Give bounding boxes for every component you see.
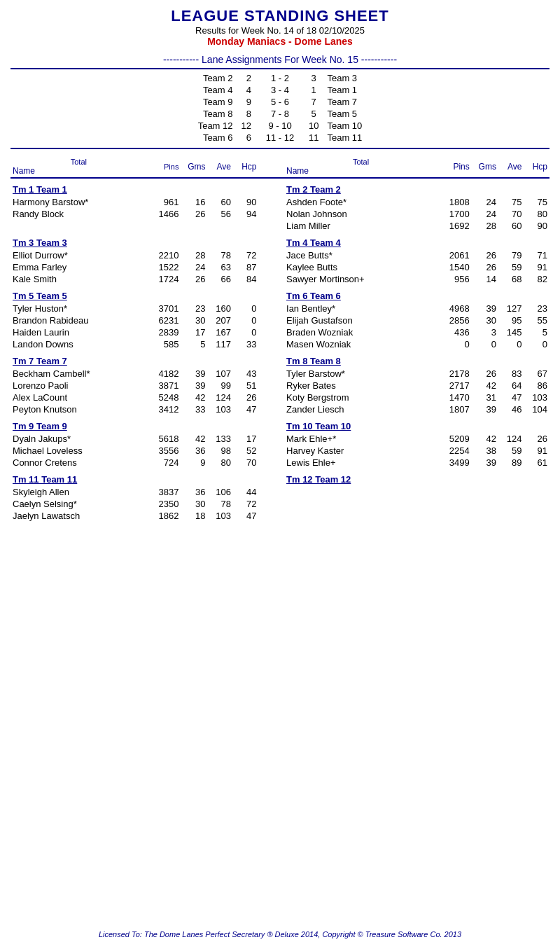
player-hcp-right: 61 — [524, 457, 550, 469]
divider — [259, 273, 285, 285]
lane-team-left: Team 4 — [188, 84, 237, 96]
player-name-left: Jaelyn Lawatsch — [10, 510, 147, 522]
player-hcp-right: 86 — [524, 380, 550, 392]
player-gms-left: 23 — [181, 303, 207, 314]
team-header-left: Tm 3 Team 3 — [10, 232, 259, 249]
player-pins-left: 5618 — [147, 433, 181, 445]
team-header-right: Tm 12 Team 12 — [284, 469, 550, 486]
team-header-left: Tm 11 Team 11 — [10, 469, 259, 486]
player-ave-left: 160 — [208, 303, 234, 314]
lane-team-left: Team 8 — [188, 108, 237, 120]
player-name-right: Masen Wozniak — [284, 338, 438, 350]
player-pins-left: 2350 — [147, 498, 181, 510]
player-ave-right: 0 — [498, 338, 524, 350]
player-name-right: Mark Ehle+* — [284, 433, 438, 445]
col-hcp-left: Hcp — [233, 156, 259, 178]
player-row: Skyleigh Allen 3837 36 106 44 — [10, 486, 550, 498]
player-pins-left: 3871 — [147, 380, 181, 392]
player-hcp-right: 103 — [524, 392, 550, 403]
player-name-right — [284, 498, 438, 510]
player-pins-right: 956 — [438, 273, 472, 285]
player-name-left: Alex LaCount — [10, 392, 147, 403]
player-pins-left: 585 — [147, 338, 181, 350]
player-ave-right: 95 — [498, 314, 524, 326]
player-hcp-left: 17 — [233, 433, 259, 445]
player-name-left: Beckham Cambell* — [10, 368, 147, 380]
player-hcp-right: 82 — [524, 273, 550, 285]
lane-team-right: Team 1 — [323, 84, 372, 96]
player-pins-right: 2717 — [438, 380, 472, 392]
player-hcp-right: 75 — [524, 196, 550, 208]
team-header-left: Tm 7 Team 7 — [10, 350, 259, 368]
player-row: Elliot Durrow* 2210 28 78 72 Jace Butts*… — [10, 249, 550, 261]
lane-tm-left: 6 — [237, 132, 255, 144]
team-header-right: Tm 6 Team 6 — [284, 285, 550, 303]
player-gms-right: 42 — [472, 433, 498, 445]
player-hcp-left: 47 — [233, 510, 259, 522]
player-gms-right — [472, 486, 498, 498]
team-header-row: Tm 1 Team 1 Tm 2 Team 2 — [10, 178, 550, 196]
divider — [259, 303, 285, 314]
lane-assignments-title: ----------- Lane Assignments For Week No… — [10, 54, 550, 65]
player-pins-left: 3412 — [147, 403, 181, 415]
player-gms-left — [181, 220, 207, 232]
player-ave-left: 78 — [208, 498, 234, 510]
player-pins-left: 4182 — [147, 368, 181, 380]
player-ave-right: 68 — [498, 273, 524, 285]
player-ave-left: 103 — [208, 510, 234, 522]
player-hcp-right: 91 — [524, 445, 550, 457]
player-ave-right: 70 — [498, 208, 524, 220]
lane-tm-left: 2 — [237, 72, 255, 84]
player-name-right: Elijah Gustafson — [284, 314, 438, 326]
player-ave-right: 83 — [498, 368, 524, 380]
player-hcp-right: 0 — [524, 338, 550, 350]
divider — [259, 469, 285, 486]
lane-tm-left: 9 — [237, 96, 255, 108]
page-title: LEAGUE STANDING SHEET — [10, 7, 550, 25]
col-gms-right: Gms — [472, 156, 498, 178]
player-gms-right: 39 — [472, 457, 498, 469]
team-header-row: Tm 3 Team 3 Tm 4 Team 4 — [10, 232, 550, 249]
player-pins-left: 2210 — [147, 249, 181, 261]
player-hcp-left: 0 — [233, 303, 259, 314]
divider — [259, 220, 285, 232]
divider — [259, 486, 285, 498]
player-hcp-left: 70 — [233, 457, 259, 469]
player-pins-right: 436 — [438, 326, 472, 338]
player-name-left: Connor Cretens — [10, 457, 147, 469]
col-header-name-right: Name — [286, 166, 435, 176]
player-name-left: Landon Downs — [10, 338, 147, 350]
player-row: Lorenzo Paoli 3871 39 99 51 Ryker Bates … — [10, 380, 550, 392]
team-header-right: Tm 4 Team 4 — [284, 232, 550, 249]
player-pins-left: 6231 — [147, 314, 181, 326]
player-gms-left: 28 — [181, 249, 207, 261]
player-ave-left: 98 — [208, 445, 234, 457]
player-pins-left: 1862 — [147, 510, 181, 522]
lane-team-left: Team 9 — [188, 96, 237, 108]
player-gms-left: 42 — [181, 392, 207, 403]
lane-lanes: 3 - 4 — [255, 84, 304, 96]
divider — [259, 261, 285, 273]
player-gms-right: 24 — [472, 208, 498, 220]
lane-assignments: ----------- Lane Assignments For Week No… — [10, 54, 550, 149]
divider — [259, 249, 285, 261]
player-gms-right: 26 — [472, 261, 498, 273]
team-header-right: Tm 10 Team 10 — [284, 415, 550, 433]
lane-lanes: 1 - 2 — [255, 72, 304, 84]
divider — [259, 178, 285, 196]
lane-row: Team 9 9 5 - 6 7 Team 7 — [188, 96, 372, 108]
player-pins-right: 3499 — [438, 457, 472, 469]
player-ave-right: 127 — [498, 303, 524, 314]
player-ave-right: 59 — [498, 445, 524, 457]
player-gms-right: 39 — [472, 403, 498, 415]
player-pins-left — [147, 220, 181, 232]
player-gms-right: 14 — [472, 273, 498, 285]
standings-table: Total Name Pins Gms Ave Hcp Total Name P… — [10, 156, 550, 522]
player-pins-left: 3701 — [147, 303, 181, 314]
divider — [259, 457, 285, 469]
player-ave-right — [498, 510, 524, 522]
player-row: Michael Loveless 3556 36 98 52 Harvey Ka… — [10, 445, 550, 457]
col-header-name-left: Name — [13, 166, 145, 176]
player-name-right: Sawyer Mortinson+ — [284, 273, 438, 285]
player-name-right: Jace Butts* — [284, 249, 438, 261]
